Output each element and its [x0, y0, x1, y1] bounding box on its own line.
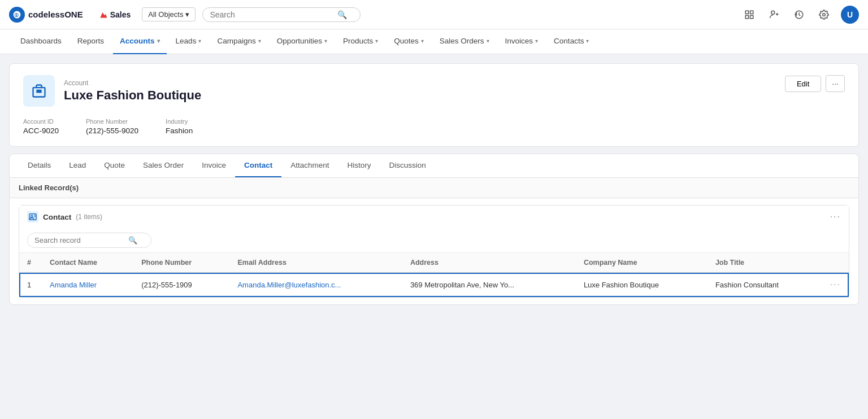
col-job-title: Job Title — [708, 253, 822, 273]
tabs-row: Details Lead Quote Sales Order Invoice C… — [10, 154, 858, 178]
search-record-icon: 🔍 — [128, 236, 137, 245]
industry-value: Fashion — [166, 126, 193, 135]
account-id-value: ACC-9020 — [23, 126, 59, 135]
nav-opportunities[interactable]: Opportunities ▾ — [270, 29, 334, 54]
contact-email-link[interactable]: Amanda.Miller@luxefashion.c... — [237, 281, 350, 289]
chevron-down-icon: ▾ — [535, 38, 538, 44]
chevron-down-icon: ▾ — [185, 10, 189, 19]
tab-details[interactable]: Details — [19, 154, 60, 177]
grid-icon[interactable] — [741, 7, 757, 23]
col-address: Address — [402, 253, 576, 273]
linked-records-label: Linked Record(s) — [10, 178, 858, 198]
table-body: 1 Amanda Miller (212)-555-1909 Amanda.Mi… — [19, 273, 849, 297]
top-bar: ① codelessONE Sales All Objects ▾ 🔍 U — [0, 0, 868, 29]
account-info: Account Luxe Fashion Boutique — [64, 79, 201, 103]
svg-point-17 — [31, 215, 33, 217]
tabs-card: Details Lead Quote Sales Order Invoice C… — [9, 154, 859, 305]
logo[interactable]: ① codelessONE — [9, 7, 83, 23]
account-name: Luxe Fashion Boutique — [64, 88, 201, 103]
tab-lead[interactable]: Lead — [60, 154, 95, 177]
col-company: Company Name — [576, 253, 708, 273]
svg-rect-3 — [745, 11, 748, 14]
user-avatar[interactable]: U — [841, 6, 859, 24]
nav-quotes[interactable]: Quotes ▾ — [387, 29, 431, 54]
person-add-icon[interactable] — [766, 7, 782, 23]
secondary-nav: Dashboards Reports Accounts ▾ Leads ▾ Ca… — [0, 29, 868, 54]
building-icon — [31, 83, 47, 99]
tab-attachment[interactable]: Attachment — [281, 154, 338, 177]
chevron-down-icon: ▾ — [421, 38, 424, 44]
app-label: Sales — [94, 8, 136, 21]
tab-sales-order[interactable]: Sales Order — [134, 154, 193, 177]
account-icon — [23, 75, 55, 107]
row-email: Amanda.Miller@luxefashion.c... — [229, 273, 402, 297]
col-num: # — [19, 253, 42, 273]
logo-icon: ① — [9, 7, 25, 23]
contact-count: (1 items) — [76, 213, 102, 221]
more-options-button[interactable]: ··· — [826, 75, 845, 92]
account-id-label: Account ID — [23, 118, 59, 125]
history-icon[interactable] — [791, 7, 807, 23]
tab-discussion[interactable]: Discussion — [380, 154, 435, 177]
edit-button[interactable]: Edit — [785, 76, 821, 92]
row-actions-button[interactable]: ··· — [830, 280, 841, 289]
svg-text:①: ① — [14, 12, 19, 18]
phone-label: Phone Number — [86, 118, 138, 125]
tab-history[interactable]: History — [338, 154, 380, 177]
svg-point-7 — [771, 11, 775, 14]
contact-section-icon — [27, 211, 38, 222]
tab-invoice[interactable]: Invoice — [193, 154, 235, 177]
svg-rect-15 — [40, 90, 41, 93]
chevron-down-icon: ▾ — [586, 38, 589, 44]
chevron-down-icon: ▾ — [487, 38, 489, 44]
industry-field: Industry Fashion — [166, 118, 193, 135]
col-email: Email Address — [229, 253, 402, 273]
contact-title: Contact — [43, 213, 71, 221]
search-input[interactable] — [210, 10, 334, 19]
svg-rect-5 — [745, 15, 748, 18]
phone-value: (212)-555-9020 — [86, 126, 138, 135]
top-actions: U — [741, 6, 859, 24]
contact-name-link[interactable]: Amanda Miller — [50, 281, 97, 289]
nav-accounts[interactable]: Accounts ▾ — [113, 29, 167, 54]
logo-text: codelessONE — [28, 10, 83, 19]
nav-leads[interactable]: Leads ▾ — [169, 29, 209, 54]
nav-products[interactable]: Products ▾ — [336, 29, 385, 54]
tab-quote[interactable]: Quote — [95, 154, 134, 177]
account-actions: Edit ··· — [785, 75, 845, 92]
nav-dashboards[interactable]: Dashboards — [14, 29, 68, 54]
account-left: Account Luxe Fashion Boutique — [23, 75, 201, 107]
search-record-input[interactable] — [34, 236, 125, 245]
row-job-title: Fashion Consultant — [708, 273, 822, 297]
nav-contacts[interactable]: Contacts ▾ — [547, 29, 596, 54]
account-id-field: Account ID ACC-9020 — [23, 118, 59, 135]
search-bar[interactable]: 🔍 — [202, 7, 361, 22]
nav-campaigns[interactable]: Campaigns ▾ — [210, 29, 267, 54]
chevron-down-icon: ▾ — [258, 38, 261, 44]
row-phone: (212)-555-1909 — [133, 273, 229, 297]
chevron-down-icon: ▾ — [157, 38, 160, 44]
search-record-bar[interactable]: 🔍 — [27, 233, 151, 248]
account-breadcrumb: Account — [64, 79, 201, 87]
industry-label: Industry — [166, 118, 193, 125]
nav-reports[interactable]: Reports — [71, 29, 111, 54]
row-num: 1 — [19, 273, 42, 297]
search-record-wrap: 🔍 — [19, 228, 849, 253]
contact-section-title: Contact (1 items) — [27, 211, 102, 222]
col-phone: Phone Number — [133, 253, 229, 273]
row-company: Luxe Fashion Boutique — [576, 273, 708, 297]
account-meta: Account ID ACC-9020 Phone Number (212)-5… — [23, 118, 845, 135]
object-selector[interactable]: All Objects ▾ — [142, 7, 196, 21]
svg-marker-2 — [100, 12, 107, 18]
nav-invoices[interactable]: Invoices ▾ — [498, 29, 545, 54]
row-more-actions[interactable]: ··· — [822, 273, 849, 297]
chevron-down-icon: ▾ — [375, 38, 378, 44]
contact-section-more-button[interactable]: ··· — [830, 212, 841, 222]
tab-contact[interactable]: Contact — [235, 154, 281, 177]
nav-sales-orders[interactable]: Sales Orders ▾ — [433, 29, 496, 54]
table-row: 1 Amanda Miller (212)-555-1909 Amanda.Mi… — [19, 273, 849, 297]
table-header: # Contact Name Phone Number Email Addres… — [19, 253, 849, 273]
contact-section-header: Contact (1 items) ··· — [19, 206, 849, 228]
svg-rect-4 — [750, 11, 753, 14]
settings-icon[interactable] — [816, 7, 832, 23]
